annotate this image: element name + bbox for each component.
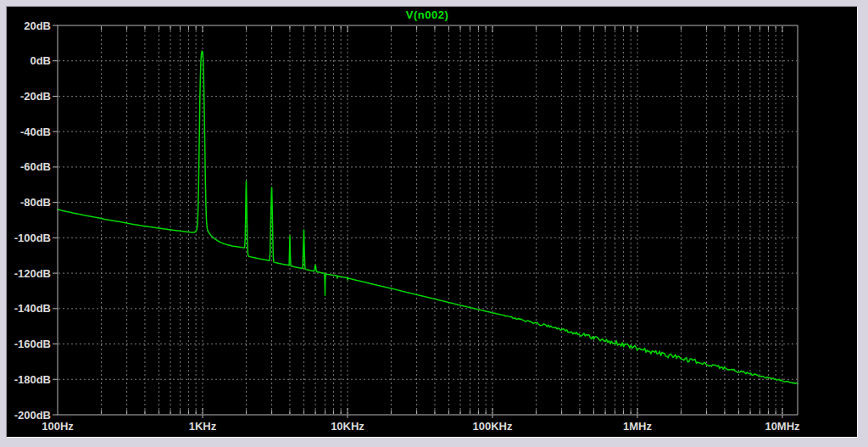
y-tick-label: -20dB <box>20 90 51 103</box>
x-tick-label: 100Hz <box>42 420 74 433</box>
plot-border <box>58 25 798 415</box>
y-tick-label: -40dB <box>20 126 51 138</box>
fft-trace <box>58 51 798 383</box>
y-tick-label: -180dB <box>14 373 51 386</box>
x-tick-label: 10MHz <box>765 420 800 433</box>
x-tick-label: 1MHz <box>623 420 652 433</box>
fft-plot-canvas[interactable]: 20dB0dB-20dB-40dB-60dB-80dB-100dB-120dB-… <box>0 0 868 447</box>
y-tick-label: -100dB <box>14 232 51 244</box>
y-tick-label: -120dB <box>14 267 51 280</box>
x-tick-label: 10KHz <box>331 420 364 433</box>
y-tick-label: -160dB <box>14 338 51 350</box>
y-tick-label: 20dB <box>24 20 51 32</box>
y-tick-label: 0dB <box>30 54 51 67</box>
x-tick-label: 100KHz <box>473 420 513 433</box>
grid-lines <box>58 26 797 414</box>
y-tick-label: -60dB <box>20 160 51 173</box>
y-tick-label: -80dB <box>20 196 51 209</box>
y-tick-label: -140dB <box>14 302 51 315</box>
x-tick-label: 1KHz <box>189 420 217 433</box>
window-frame: 20dB0dB-20dB-40dB-60dB-80dB-100dB-120dB-… <box>0 0 868 447</box>
trace-layer <box>58 51 798 383</box>
axis-labels: 20dB0dB-20dB-40dB-60dB-80dB-100dB-120dB-… <box>14 20 800 433</box>
axis-ticks <box>53 25 782 418</box>
trace-name-label[interactable]: V(n002) <box>406 8 448 21</box>
